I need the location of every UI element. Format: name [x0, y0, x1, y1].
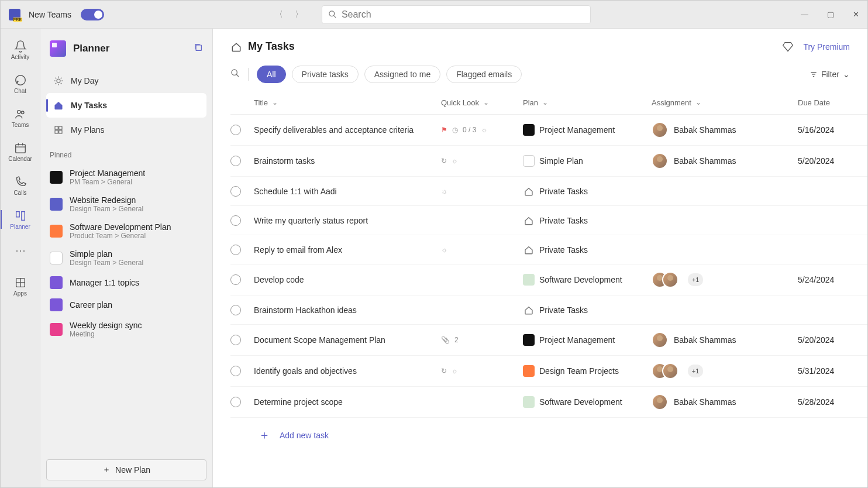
- due-date: 5/28/2024: [798, 397, 862, 407]
- phone-icon: [14, 176, 27, 188]
- svg-rect-17: [59, 126, 62, 129]
- tab-all[interactable]: All: [257, 66, 286, 83]
- pinned-plan-item[interactable]: Software Development PlanProduct Team > …: [46, 218, 206, 245]
- sidebar-my-tasks[interactable]: My Tasks: [46, 93, 206, 118]
- table-row[interactable]: Write my quarterly status reportPrivate …: [230, 206, 867, 235]
- complete-checkbox[interactable]: [230, 186, 241, 197]
- plan-name: Project Management: [539, 335, 615, 345]
- table-row[interactable]: Specify deliverables and acceptance crit…: [230, 115, 867, 146]
- plan-name: Project Management: [70, 169, 145, 178]
- more-assignees-badge: +1: [688, 365, 703, 377]
- plan-sublabel: Product Team > General: [70, 232, 171, 240]
- sidebar-my-plans[interactable]: My Plans: [46, 118, 206, 142]
- complete-checkbox[interactable]: [230, 366, 241, 376]
- maximize-button[interactable]: ▢: [824, 6, 838, 22]
- pinned-plan-item[interactable]: Weekly design syncMeeting: [46, 316, 206, 343]
- attachment-icon: [441, 336, 450, 344]
- col-title[interactable]: Title: [254, 98, 441, 107]
- task-table: Title Quick Look Plan Assignment Due Dat…: [213, 91, 867, 487]
- app-rail: Activity Chat Teams Calendar Calls Plann…: [1, 29, 40, 487]
- table-row[interactable]: Develop codeSoftware Development+15/24/2…: [230, 264, 867, 295]
- tab-assigned[interactable]: Assigned to me: [364, 66, 441, 83]
- plan-name: Project Management: [539, 125, 615, 135]
- svg-point-3: [17, 110, 20, 114]
- people-icon: [14, 108, 27, 121]
- minimize-button[interactable]: —: [797, 6, 812, 22]
- due-date: 5/20/2024: [798, 335, 862, 345]
- plan-badge-icon: [523, 244, 535, 256]
- flag-icon: ⚑: [441, 126, 447, 134]
- assignment-cell: Babak Shammas: [652, 153, 798, 169]
- complete-checkbox[interactable]: [230, 397, 241, 407]
- complete-checkbox[interactable]: [230, 305, 241, 315]
- complete-checkbox[interactable]: [230, 215, 241, 226]
- pinned-plan-item[interactable]: Career plan: [46, 294, 206, 316]
- assignee-name: Babak Shammas: [674, 335, 736, 345]
- global-search[interactable]: Search: [322, 5, 591, 24]
- table-row[interactable]: Brainstorm tasksSimple PlanBabak Shammas…: [230, 146, 867, 177]
- complete-checkbox[interactable]: [230, 125, 241, 135]
- table-row[interactable]: Identify goals and objectivesDesign Team…: [230, 356, 867, 387]
- bell-icon: [14, 40, 27, 53]
- popout-button[interactable]: [194, 43, 203, 54]
- rail-apps[interactable]: Apps: [4, 271, 37, 301]
- plan-cell: Private Tasks: [523, 304, 652, 316]
- add-task-button[interactable]: ＋ Add new task: [230, 418, 867, 452]
- table-row[interactable]: Schedule 1:1 with AadiPrivate Tasks: [230, 177, 867, 206]
- table-row[interactable]: Document Scope Management Plan2Project M…: [230, 325, 867, 356]
- rail-calls[interactable]: Calls: [4, 170, 37, 201]
- sidebar-my-day[interactable]: My Day: [46, 68, 206, 93]
- calendar-icon: [14, 142, 27, 154]
- col-due-date[interactable]: Due Date: [798, 98, 862, 107]
- plan-name: Weekly design sync: [70, 321, 142, 330]
- pinned-plan-item[interactable]: Project ManagementPM Team > General: [46, 164, 206, 191]
- complete-checkbox[interactable]: [230, 335, 241, 345]
- pinned-plan-item[interactable]: Simple planDesign Team > General: [46, 245, 206, 272]
- rail-activity[interactable]: Activity: [4, 35, 37, 65]
- assignee-name: Babak Shammas: [674, 397, 736, 407]
- task-search-button[interactable]: [230, 68, 240, 80]
- table-row[interactable]: Reply to email from AlexPrivate Tasks: [230, 235, 867, 264]
- search-icon: [328, 10, 337, 19]
- content-header: My Tasks Try Premium: [213, 29, 867, 57]
- complete-checkbox[interactable]: [230, 156, 241, 166]
- nav-back-button[interactable]: 〈: [273, 7, 285, 22]
- complete-checkbox[interactable]: [230, 245, 241, 255]
- plan-name: Software Development: [539, 275, 622, 284]
- nav-forward-button[interactable]: 〉: [292, 7, 305, 22]
- rail-calendar[interactable]: Calendar: [4, 136, 37, 167]
- svg-rect-9: [16, 211, 19, 216]
- table-row[interactable]: Determine project scopeSoftware Developm…: [230, 387, 867, 418]
- rail-more-button[interactable]: ⋯: [15, 238, 26, 263]
- avatar: [652, 394, 668, 410]
- new-plan-button[interactable]: ＋ New Plan: [46, 459, 206, 480]
- progress-icon: [452, 126, 458, 134]
- rail-chat[interactable]: Chat: [4, 68, 37, 99]
- avatar: [652, 332, 668, 348]
- col-assignment[interactable]: Assignment: [652, 98, 798, 107]
- table-row[interactable]: Brainstorm Hackathon ideasPrivate Tasks: [230, 295, 867, 325]
- rail-teams[interactable]: Teams: [4, 102, 37, 133]
- col-plan[interactable]: Plan: [523, 98, 652, 107]
- complete-checkbox[interactable]: [230, 274, 241, 285]
- col-quick-look[interactable]: Quick Look: [441, 98, 523, 107]
- pinned-plan-item[interactable]: Manager 1:1 topics: [46, 272, 206, 294]
- tab-private[interactable]: Private tasks: [292, 66, 359, 83]
- assignment-cell: Babak Shammas: [652, 332, 798, 348]
- svg-line-1: [333, 15, 336, 18]
- plan-icon: [50, 276, 63, 289]
- plan-badge-icon: [523, 215, 535, 226]
- my-day-icon: [481, 126, 487, 134]
- home-icon: [53, 100, 64, 111]
- close-button[interactable]: ✕: [849, 6, 863, 22]
- tab-flagged[interactable]: Flagged emails: [446, 66, 522, 83]
- due-date: 5/16/2024: [798, 125, 862, 135]
- rail-planner[interactable]: Planner: [4, 204, 37, 235]
- plan-name: Manager 1:1 topics: [70, 278, 139, 287]
- new-teams-toggle[interactable]: [81, 9, 104, 20]
- pinned-plan-item[interactable]: Website RedesignDesign Team > General: [46, 191, 206, 218]
- filter-button[interactable]: Filter ⌄: [810, 70, 850, 79]
- try-premium-link[interactable]: Try Premium: [782, 41, 850, 53]
- svg-point-15: [57, 79, 60, 83]
- plan-name: Software Development: [539, 397, 622, 407]
